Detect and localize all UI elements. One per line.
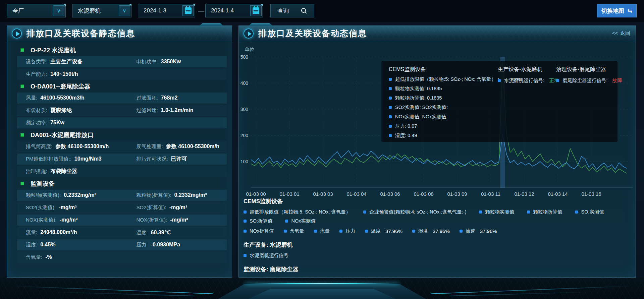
legend-item-label: 温度 xyxy=(371,228,381,234)
info-cell: 流量:24048.000m³/h xyxy=(26,229,136,236)
legend-item[interactable]: 超低排放限值（颗拉物:5: SOz-; NOx; 含氧量） xyxy=(244,209,351,215)
signal-label: 水泥磨机运行信号: xyxy=(504,77,544,84)
tooltip-item: NOx实测值: NOx实测值: xyxy=(389,114,618,120)
section-bullet-icon xyxy=(20,182,24,185)
field-value: -mg/m³ xyxy=(170,217,188,223)
legend-row-1: 超低排放限值（颗拉物:5: SOz-; NOx; 含氧量）企业预警值(颗粒物:4… xyxy=(244,209,630,224)
info-row: 治理措施:布袋除尘器 xyxy=(17,166,227,177)
legend-item-value: 37.96% xyxy=(385,228,402,234)
legend-item[interactable]: 企业预警值(颗粒物:4; sOz-; NOx-;含氧气量:-) xyxy=(363,209,466,215)
legend-bullet-icon xyxy=(575,211,578,214)
field-label: 电机功率: xyxy=(136,59,158,65)
query-button-label: 查询 xyxy=(277,7,289,15)
legend-item-label: 流量 xyxy=(320,228,330,234)
dashboard: 全厂 ∨ 水泥磨机 ∨ 2024-1-3 — 2024-1-4 查询 切换地图 … xyxy=(0,0,644,299)
legend-item[interactable]: 湿度37.96% xyxy=(412,228,450,234)
legend-bullet-icon xyxy=(389,87,392,90)
tooltip-item-label: 压力: 0.07 xyxy=(395,123,417,129)
info-cell: SO2(折算值):-mg/m³ xyxy=(136,204,187,211)
legend-bullet-icon xyxy=(389,115,392,118)
legend-bullet-icon xyxy=(412,230,415,233)
tooltip-item-label: 湿度: 0.49 xyxy=(395,132,417,139)
info-cell: 排污许可状况:已许可 xyxy=(136,156,187,163)
info-cell: 电机功率:3350Kw xyxy=(136,59,181,65)
start-date-input[interactable]: 2024-1-3 xyxy=(138,4,195,17)
tooltip-item-label: NOx实测值: NOx实测值: xyxy=(395,114,448,120)
plant-select[interactable]: 全厂 ∨ xyxy=(7,4,66,17)
tooltip-item: 湿度: 0.49 xyxy=(389,132,618,139)
legend-item[interactable]: SO:实测值 xyxy=(575,209,604,215)
field-label: 颗粒物(实测值): xyxy=(26,192,61,198)
legend-item[interactable]: 流速37.96% xyxy=(460,228,497,234)
tooltip-production-signal: 水泥磨机运行信号: 正常 xyxy=(498,77,559,84)
field-label: 湿度: xyxy=(26,242,37,248)
legend-row-production: 水泥磨机运行信号 xyxy=(244,252,630,259)
calendar-icon[interactable] xyxy=(250,5,262,16)
field-label: 排气筒高度: xyxy=(26,143,52,150)
svg-text:100: 100 xyxy=(240,159,249,164)
info-row: SO2(实测值):-mg/m³SO2(折算值):-mg/m³ xyxy=(17,202,227,213)
field-value: 参数 46100-55300m/h xyxy=(166,143,219,150)
svg-text:01-03 04: 01-03 04 xyxy=(346,191,366,197)
signal-label: 磨尾除尘器运行信号: xyxy=(562,77,608,84)
section-title: O-P-22 水泥磨机 xyxy=(31,46,76,54)
legend-item[interactable]: NOx实测值 xyxy=(285,218,316,224)
field-value: 布袋除尘器 xyxy=(50,168,77,175)
legend-bullet-icon xyxy=(389,134,392,137)
legend-item-label: 颗粒物折算值 xyxy=(533,209,562,215)
legend-item[interactable]: 温度37.96% xyxy=(365,228,402,234)
legend-item[interactable]: 压力 xyxy=(339,228,355,234)
svg-text:01-03 06: 01-03 06 xyxy=(380,191,400,197)
legend-item[interactable]: 含氧量 xyxy=(284,228,305,234)
field-label: 压力: xyxy=(136,242,148,248)
info-cell: 废气处理量:参数 46100-55300m/h xyxy=(136,143,219,150)
date-range-separator: — xyxy=(198,7,204,14)
svg-text:500: 500 xyxy=(240,54,249,60)
field-value: 140~150t/h xyxy=(50,71,78,77)
legend-item[interactable]: NOx折算值 xyxy=(244,228,274,234)
tooltip-item-label: SO2实测值: SO2实测值: xyxy=(395,104,448,111)
tooltip-treatment-signal: 磨尾除尘器运行信号: 故障 xyxy=(556,77,622,84)
field-label: 过滤风速: xyxy=(136,107,158,114)
legend-item[interactable]: 水泥磨机运行信号 xyxy=(244,252,288,259)
info-row: 生产能力:140~150t/h xyxy=(17,69,227,80)
legend-item-label: 压力 xyxy=(345,228,355,234)
tooltip-item: 颗粒物折算值: 0.1835 xyxy=(389,95,618,101)
legend-bullet-icon xyxy=(527,211,530,214)
field-label: NOX(折算值): xyxy=(136,217,167,223)
query-button[interactable]: 查询 xyxy=(270,4,314,17)
field-label: SO2(折算值): xyxy=(136,204,166,211)
info-cell: 压力:-0.0930MPa xyxy=(136,242,180,248)
info-cell: PM超低排排放限值::10mg/Nm3 xyxy=(26,156,136,162)
svg-text:01-03 11: 01-03 11 xyxy=(481,191,500,197)
legend-item[interactable]: SO:折算值 xyxy=(244,218,272,224)
end-date-input[interactable]: 2024-1-4 xyxy=(205,4,263,17)
start-date-value: 2024-1-3 xyxy=(144,7,166,14)
info-cell: 颗粒物(实测值):0.2332mg/m³ xyxy=(26,192,136,198)
legend-item[interactable]: 流量 xyxy=(314,228,330,234)
legend-bullet-icon xyxy=(244,211,247,214)
tooltip-item: SO2实测值: SO2实测值: xyxy=(389,104,618,111)
svg-text:01-03 01: 01-03 01 xyxy=(279,191,299,197)
legend-bullet-icon xyxy=(244,230,247,233)
legend-bullet-icon xyxy=(244,220,247,223)
footer-center-trapezoid-inner xyxy=(248,289,396,299)
legend-item[interactable]: 颗粒物折算值 xyxy=(527,209,562,215)
chevron-down-icon[interactable]: ∨ xyxy=(119,5,130,16)
switch-map-button[interactable]: 切换地图 ⇆ xyxy=(597,4,637,17)
legend-bullet-icon xyxy=(389,78,392,81)
field-label: PM超低排排放限值:: xyxy=(26,156,71,162)
legend-production-title: 生产设备: 水泥磨机 xyxy=(244,241,630,249)
legend-item-label: 湿度 xyxy=(418,228,428,234)
info-row: 设备类型:主要生产设备电机功率:3350Kw xyxy=(17,56,227,67)
legend-item[interactable]: 颗粒物实测值 xyxy=(479,209,514,215)
svg-text:400: 400 xyxy=(240,80,249,86)
legend-item-label: 水泥磨机运行信号 xyxy=(250,252,288,259)
section-title: O-DA001--磨尾除尘器 xyxy=(31,82,90,91)
section-header: O-DA001--磨尾除尘器 xyxy=(20,81,232,92)
device-select[interactable]: 水泥磨机 ∨ xyxy=(72,4,131,17)
info-cell: 颗粒物(折算值):0.2332mg/m³ xyxy=(136,192,207,198)
calendar-icon[interactable] xyxy=(182,5,194,16)
swap-arrows-icon: ⇆ xyxy=(628,7,632,14)
chevron-down-icon[interactable]: ∨ xyxy=(53,5,64,16)
